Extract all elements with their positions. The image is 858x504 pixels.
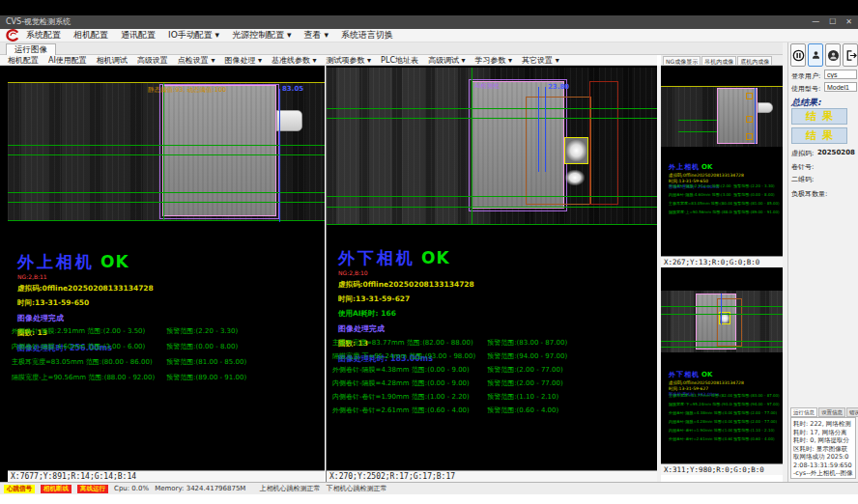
result-ok: OK: [421, 248, 450, 267]
logout-icon: [844, 49, 857, 62]
view-tab-row: 运行图像: [0, 42, 785, 55]
marker-box: [746, 93, 753, 99]
measurement-value: 内侧卷针-卷针=1.90mm 范围:(1.00 - 2.20): [332, 392, 485, 402]
measurement-row: 隔膜宽度-下=95.24mm 范围:(93.00 - 98.00) 预警范围:(…: [669, 402, 781, 410]
connector-tab: [276, 110, 302, 131]
log-text[interactable]: 耗时: 222, 网络检测耗时: 17, 网络分离耗时: 0, 网络提取分区耗时…: [790, 417, 856, 479]
measurement-value: 内侧卷针-隔膜=4.28mm 范围:(0.00 - 9.00): [669, 419, 732, 426]
minimize-button[interactable]: —: [812, 15, 819, 29]
camera-title: 外上相机: [17, 252, 95, 271]
login-user-field[interactable]: [824, 70, 857, 79]
measurement-value: 隔膜宽度-上=90.56mm 范围:(88.00 - 92.00): [12, 373, 164, 382]
guide-line: [8, 192, 325, 193]
camera-title: 外上相机: [669, 162, 700, 171]
pin-number-label: 卷针号:: [791, 162, 814, 172]
pause-icon: [792, 49, 805, 62]
measurement-warning: 预警范围:(2.00 - 77.00): [487, 379, 562, 387]
blue-measure-line: [721, 294, 722, 324]
blue-measure-line: [538, 87, 539, 172]
user-button[interactable]: [808, 43, 823, 67]
menu-item[interactable]: 通讯配置: [121, 29, 156, 42]
thumb-tab[interactable]: NG成像显示: [663, 56, 701, 65]
menu-item[interactable]: 系统配置: [26, 29, 61, 42]
menu-item[interactable]: 系统语言切换: [341, 29, 393, 42]
toolbar-item[interactable]: PLC地址表: [381, 55, 418, 66]
measurement-value: 隔膜宽度-下=95.24mm 范围:(93.00 - 98.00): [669, 402, 732, 408]
guide-line: [327, 118, 657, 119]
camera-image-lower[interactable]: 23.80 AI检测框 外下相机OK NG:2,B:10 虚拟码:0ffline…: [327, 66, 657, 470]
thumb-tab[interactable]: 吊机内成像: [701, 56, 736, 65]
toolbar-item[interactable]: 其它设置 ▾: [522, 55, 559, 66]
thumb-measurements: 外侧卷针-隔膜:2.91mm 范围:(2.00 - 3.50) 预警范围:(2.…: [669, 183, 781, 218]
camera-image-upper[interactable]: 83.05 静态阈值:93, 动态阈值:100 外上相机OK NG:2,B:11…: [8, 66, 325, 470]
toolbar-item[interactable]: 图像处理 ▾: [224, 55, 262, 66]
measurement-warning: 预警范围:(0.00 - 8.00): [733, 192, 774, 199]
guide-line: [8, 145, 325, 146]
model-field[interactable]: [824, 82, 857, 92]
time-line: 时间:13-31-59-627: [338, 294, 474, 304]
window-title: CVS-视觉检测系统: [6, 17, 71, 26]
measurement-list-lower: 主极耳宽度=83.77mm 范围:(82.00 - 88.00) 预警范围:(8…: [332, 338, 651, 419]
view-status-bar-upper: X:7677;Y:891;R:14;G:14;B:14: [8, 470, 325, 482]
toolbar-item[interactable]: 点检设置 ▾: [178, 55, 215, 66]
thumbnail-upper[interactable]: 外上相机OK 虚拟码:0ffline20250208133134728 时间:1…: [661, 66, 783, 267]
measurement-warning: 预警范围:(94.00 - 97.00): [487, 352, 567, 360]
menu-item[interactable]: 查看 ▾: [304, 29, 329, 42]
toolbar-item[interactable]: AI使用配置: [48, 55, 87, 66]
guide-line: [327, 207, 657, 208]
toolbar-item[interactable]: 基准线参数 ▾: [272, 55, 317, 66]
measurement-warning: 预警范围:(81.00 - 85.00): [733, 201, 779, 208]
measurement-value: 隔膜宽度-下=95.24mm 范围:(93.00 - 98.00): [332, 351, 485, 361]
user-icon: [811, 49, 821, 61]
toolbar-item[interactable]: 高级调试 ▾: [428, 55, 466, 66]
menu-bar: 系统配置相机配置通讯配置IO手动配置 ▾光源控制配置 ▾查看 ▾系统语言切换: [0, 29, 858, 42]
tab-run-image[interactable]: 运行图像: [6, 43, 56, 55]
log-tab-settings[interactable]: 设置信息: [818, 407, 845, 417]
measurement-value: 内侧卷针-隔膜:4.60mm 范围:(3.00 - 6.00): [12, 342, 164, 351]
thumb-status-upper: X:267;Y:13;R:0;G:0;B:0: [661, 256, 783, 267]
thumb-tab[interactable]: 底机内成像: [737, 56, 772, 65]
guide-line: [327, 108, 657, 109]
account-button[interactable]: [825, 43, 841, 67]
guide-line: [661, 314, 783, 315]
title-bar: CVS-视觉检测系统 — ☐ ✕: [0, 15, 858, 29]
menu-item[interactable]: 相机配置: [73, 29, 108, 42]
menu: 系统配置相机配置通讯配置IO手动配置 ▾光源控制配置 ▾查看 ▾系统语言切换: [26, 29, 393, 42]
toolbar-item[interactable]: 相机配置: [8, 55, 39, 66]
barcode-line: 虚拟码:0ffline20250208133134728: [338, 280, 474, 290]
maximize-button[interactable]: ☐: [829, 15, 836, 29]
guide-line: [327, 224, 657, 225]
bright-spot: [565, 170, 585, 185]
close-button[interactable]: ✕: [845, 15, 852, 29]
menu-item[interactable]: IO手动配置 ▾: [168, 29, 219, 42]
measurement-row: 隔膜宽度-下=95.24mm 范围:(93.00 - 98.00) 预警范围:(…: [332, 351, 651, 361]
thumbnail-lower[interactable]: 外下相机OK 虚拟码:0ffline20250208133134728 时间:1…: [661, 267, 783, 475]
measurement-row: 外侧卷针-隔膜:2.91mm 范围:(2.00 - 3.50) 预警范围:(2.…: [669, 183, 781, 192]
toolbar-item[interactable]: 测试项参数 ▾: [327, 55, 372, 66]
measurement-row: 内侧卷针-卷针=1.90mm 范围:(1.00 - 2.20) 预警范围:(1.…: [669, 428, 781, 436]
log-tab-run[interactable]: 运行信息: [790, 407, 817, 417]
measurement-row: 内侧卷针-隔膜:4.60mm 范围:(3.00 - 6.00) 预警范围:(0.…: [669, 192, 781, 201]
toolbar-item[interactable]: 学习参数 ▾: [475, 55, 513, 66]
result-box-upper: 结果: [791, 108, 847, 125]
measurement-warning: 预警范围:(1.10 - 2.10): [733, 428, 774, 434]
measurement-warning: 预警范围:(2.00 - 77.00): [487, 366, 562, 374]
measurement-row: 外侧卷针-隔膜=4.38mm 范围:(0.00 - 9.00) 预警范围:(2.…: [332, 365, 651, 375]
ng-counter: NG:2,B:11: [17, 273, 154, 280]
bright-spot: [566, 140, 586, 161]
measurement-row: 主极耳宽度=83.05mm 范围:(80.00 - 86.00) 预警范围:(8…: [669, 201, 781, 210]
menu-item[interactable]: 光源控制配置 ▾: [232, 29, 291, 42]
toolbar-item[interactable]: 相机调试: [97, 55, 128, 66]
guide-line-vertical: [472, 68, 472, 224]
log-tab-error[interactable]: 错误信息: [846, 407, 858, 417]
tool-bar: 相机配置AI使用配置相机调试高级设置点检设置 ▾图像处理 ▾基准线参数 ▾测试项…: [0, 55, 657, 66]
thumbnail-panel: 外上相机OK 虚拟码:0ffline20250208133134728 时间:1…: [661, 66, 783, 475]
upper-camera-heartbeat: 上相机心跳检测正常: [259, 484, 320, 493]
toolbar-item[interactable]: 高级设置: [137, 55, 168, 66]
pause-button[interactable]: [790, 43, 806, 67]
guide-line: [661, 341, 783, 342]
lower-camera-heartbeat: 下相机心跳检测正常: [326, 484, 386, 493]
measurement-warning: 预警范围:(0.00 - 8.00): [166, 343, 238, 350]
exit-button[interactable]: [843, 43, 858, 67]
measurement-row: 隔膜宽度-上=90.56mm 范围:(88.00 - 92.00) 预警范围:(…: [12, 373, 325, 382]
